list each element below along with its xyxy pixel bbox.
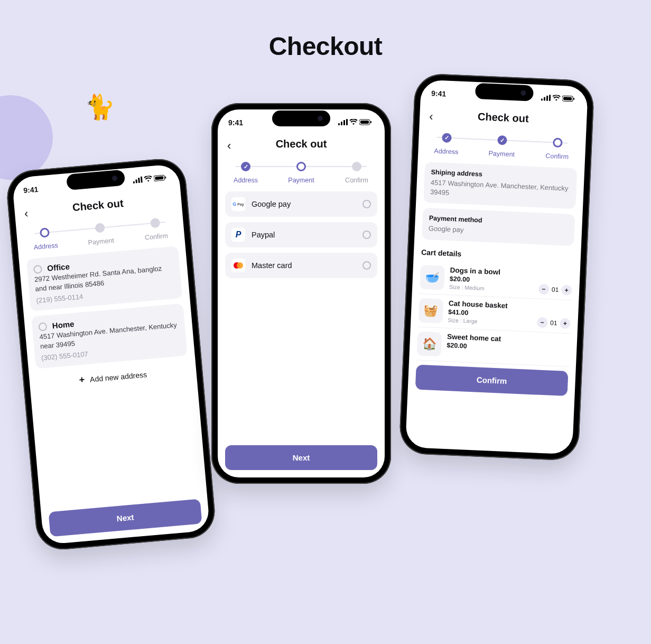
stepper: ✓ Address ✓ Payment Confirm bbox=[425, 132, 579, 161]
svg-rect-6 bbox=[165, 177, 166, 179]
wifi-icon bbox=[552, 94, 561, 103]
battery-icon bbox=[562, 95, 575, 104]
dynamic-island bbox=[475, 83, 534, 102]
battery-icon bbox=[359, 118, 372, 127]
cart-item: 🏠 Sweet home cat $20.00 bbox=[416, 327, 570, 367]
qty-minus-button[interactable]: − bbox=[538, 283, 549, 295]
wifi-icon bbox=[349, 118, 358, 127]
status-time: 9:41 bbox=[228, 118, 243, 127]
step-payment[interactable]: ✓ Payment bbox=[483, 135, 521, 159]
svg-rect-13 bbox=[370, 121, 371, 123]
qty-value: 01 bbox=[552, 286, 559, 293]
radio-icon[interactable] bbox=[362, 200, 371, 208]
svg-rect-9 bbox=[343, 120, 345, 125]
page-title: Checkout bbox=[0, 32, 651, 61]
payment-option-paypal[interactable]: P Paypal bbox=[225, 222, 377, 247]
svg-rect-7 bbox=[338, 123, 340, 125]
payment-option-mastercard[interactable]: Master card bbox=[225, 253, 377, 278]
phone-payment: 9:41 ‹ Check out ✓ Address Payment bbox=[211, 103, 391, 484]
payment-option-googlepay[interactable]: G Pay Google pay bbox=[225, 191, 377, 217]
confirm-button[interactable]: Confirm bbox=[415, 364, 569, 396]
svg-rect-21 bbox=[563, 97, 572, 100]
screen-title: Check out bbox=[478, 111, 529, 124]
stepper: Address Payment Confirm bbox=[24, 216, 178, 252]
address-card-office[interactable]: Office 2972 Westheimer Rd. Santa Ana, ba… bbox=[26, 246, 183, 311]
signal-icon bbox=[541, 94, 551, 103]
screen-title: Check out bbox=[276, 138, 327, 150]
svg-rect-0 bbox=[133, 181, 135, 183]
status-time: 9:41 bbox=[23, 185, 39, 195]
svg-rect-17 bbox=[544, 97, 545, 101]
step-confirm[interactable]: Confirm bbox=[338, 162, 375, 184]
step-confirm[interactable]: Confirm bbox=[538, 137, 576, 161]
battery-icon bbox=[154, 174, 167, 183]
svg-rect-19 bbox=[549, 95, 551, 101]
step-confirm[interactable]: Confirm bbox=[136, 217, 175, 242]
svg-rect-12 bbox=[360, 121, 369, 124]
qty-plus-button[interactable]: + bbox=[560, 318, 571, 329]
svg-rect-5 bbox=[155, 176, 163, 180]
paypal-icon: P bbox=[231, 228, 245, 242]
step-address[interactable]: Address bbox=[26, 226, 64, 252]
svg-rect-18 bbox=[546, 96, 548, 101]
address-name: Home bbox=[52, 319, 75, 330]
qty-value: 01 bbox=[550, 319, 557, 327]
radio-icon[interactable] bbox=[362, 261, 371, 270]
svg-rect-16 bbox=[541, 98, 543, 100]
product-thumb: 🏠 bbox=[417, 331, 442, 356]
next-button[interactable]: Next bbox=[225, 445, 377, 470]
cart-details-heading: Cart details bbox=[421, 247, 573, 263]
signal-icon bbox=[133, 176, 143, 186]
svg-rect-1 bbox=[135, 179, 137, 183]
stepper: ✓ Address Payment Confirm bbox=[225, 162, 377, 184]
address-card-home[interactable]: Home 4517 Washington Ave. Manchester, Ke… bbox=[31, 303, 188, 369]
step-payment[interactable]: Payment bbox=[81, 222, 119, 247]
step-address[interactable]: ✓ Address bbox=[227, 162, 264, 184]
svg-rect-8 bbox=[341, 122, 342, 125]
screen-title: Check out bbox=[72, 197, 124, 213]
phone-confirm: 9:41 ‹ Check out ✓ Address ✓ Payment bbox=[398, 73, 594, 461]
svg-rect-2 bbox=[138, 178, 140, 183]
address-name: Office bbox=[47, 262, 70, 273]
shipping-address-section[interactable]: Shiping address 4517 Washington Ave. Man… bbox=[423, 162, 577, 209]
googlepay-icon: G Pay bbox=[231, 197, 245, 211]
dynamic-island bbox=[272, 111, 330, 126]
svg-rect-3 bbox=[141, 177, 143, 183]
step-payment[interactable]: Payment bbox=[283, 162, 320, 184]
status-time: 9:41 bbox=[431, 89, 447, 98]
product-thumb: 🥣 bbox=[420, 264, 445, 290]
phone-address: 9:41 ‹ Check out Address bbox=[5, 157, 217, 552]
back-icon[interactable]: ‹ bbox=[429, 109, 433, 123]
qty-plus-button[interactable]: + bbox=[561, 284, 572, 296]
decorative-circle bbox=[0, 95, 53, 180]
signal-icon bbox=[338, 118, 348, 127]
back-icon[interactable]: ‹ bbox=[24, 207, 29, 221]
svg-point-15 bbox=[237, 262, 243, 269]
payment-method-section[interactable]: Payment method Google pay bbox=[422, 208, 575, 246]
product-thumb: 🧺 bbox=[418, 298, 443, 323]
svg-rect-10 bbox=[346, 119, 348, 125]
step-address[interactable]: ✓ Address bbox=[427, 132, 466, 156]
radio-icon[interactable] bbox=[362, 231, 371, 239]
radio-icon[interactable] bbox=[38, 322, 47, 331]
next-button[interactable]: Next bbox=[49, 499, 202, 537]
plus-icon: + bbox=[79, 374, 85, 386]
back-icon[interactable]: ‹ bbox=[227, 139, 231, 153]
mastercard-icon bbox=[231, 259, 245, 272]
cat-illustration: 🐈 bbox=[85, 93, 115, 121]
wifi-icon bbox=[144, 175, 153, 184]
radio-icon[interactable] bbox=[33, 264, 42, 273]
svg-rect-22 bbox=[573, 98, 574, 100]
qty-minus-button[interactable]: − bbox=[537, 317, 548, 328]
